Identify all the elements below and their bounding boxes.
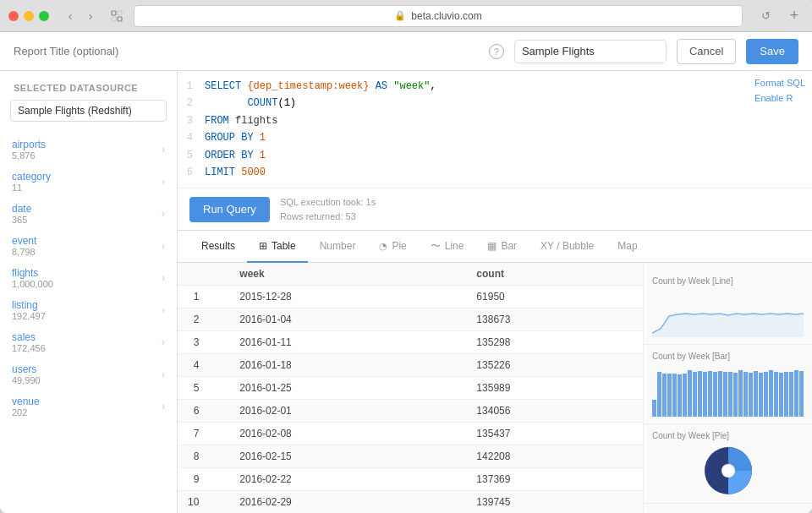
back-button[interactable]: ‹ bbox=[61, 7, 80, 25]
svg-rect-0 bbox=[112, 11, 116, 15]
forward-button[interactable]: › bbox=[81, 7, 100, 25]
bar-item bbox=[774, 372, 778, 417]
tab-number[interactable]: Number bbox=[308, 231, 368, 263]
row-action bbox=[209, 354, 229, 377]
sidebar-title: Selected Datasource bbox=[0, 83, 177, 100]
sidebar: Selected Datasource Sample Flights (Reds… bbox=[0, 71, 178, 513]
bar-item bbox=[799, 371, 804, 417]
row-number: 7 bbox=[178, 423, 209, 445]
chart-bar-preview[interactable]: Count by Week [Bar] bbox=[644, 345, 812, 424]
sidebar-item-listing[interactable]: listing 192,497 › bbox=[0, 294, 177, 326]
bar-item bbox=[738, 370, 743, 417]
chevron-right-icon: › bbox=[162, 336, 165, 348]
query-panel: Format SQL Enable R 123456 SELECT {dep_t… bbox=[178, 71, 812, 231]
bar-item bbox=[728, 372, 732, 417]
cell-count: 137369 bbox=[466, 468, 643, 491]
col-header-count: count bbox=[466, 263, 643, 286]
bar-item bbox=[718, 371, 722, 417]
chevron-right-icon: › bbox=[162, 304, 165, 316]
results-body: week count 1 2015-12-28 61950 2 2016-01-… bbox=[178, 263, 812, 513]
sidebar-item-category[interactable]: category 11 › bbox=[0, 166, 177, 198]
sidebar-items-container: airports 5,876 › category 11 › date 365 … bbox=[0, 134, 177, 423]
cell-count: 142208 bbox=[466, 445, 643, 468]
bar-item bbox=[662, 374, 667, 417]
row-action bbox=[209, 377, 229, 400]
bar-item bbox=[667, 374, 672, 417]
new-tab-button[interactable]: + bbox=[785, 7, 804, 25]
row-action bbox=[209, 308, 229, 331]
cell-count: 134056 bbox=[466, 400, 643, 423]
row-action bbox=[209, 400, 229, 423]
sidebar-item-sales[interactable]: sales 172,456 › bbox=[0, 326, 177, 358]
cell-week: 2016-02-29 bbox=[229, 491, 466, 513]
results-tabs: Results ⊞ Table Number ◔ Pie 〜 Line ▦ Ba… bbox=[178, 231, 812, 263]
charts-sidebar: Count by Week [Line] Count by Week [Bar] bbox=[643, 263, 812, 513]
reload-button[interactable]: ↺ bbox=[756, 7, 775, 25]
cell-count: 135437 bbox=[466, 423, 643, 445]
address-bar[interactable]: 🔒 beta.cluvio.com bbox=[134, 5, 743, 27]
bar-item bbox=[733, 373, 738, 417]
chart-line-visual bbox=[652, 291, 804, 337]
traffic-lights bbox=[8, 11, 49, 21]
table-row: 9 2016-02-22 137369 bbox=[178, 468, 643, 491]
cell-week: 2016-01-11 bbox=[229, 331, 466, 354]
bar-item bbox=[703, 372, 707, 417]
report-name-input[interactable] bbox=[514, 40, 667, 63]
sidebar-item-flights[interactable]: flights 1,000,000 › bbox=[0, 262, 177, 294]
save-button[interactable]: Save bbox=[746, 39, 798, 64]
chevron-right-icon: › bbox=[162, 401, 165, 412]
cancel-button[interactable]: Cancel bbox=[677, 39, 736, 64]
sidebar-item-airports[interactable]: airports 5,876 › bbox=[0, 134, 177, 166]
data-table-area: week count 1 2015-12-28 61950 2 2016-01-… bbox=[178, 263, 643, 513]
tab-pie[interactable]: ◔ Pie bbox=[367, 231, 418, 263]
table-row: 2 2016-01-04 138673 bbox=[178, 308, 643, 331]
bar-item bbox=[759, 373, 763, 417]
col-header-num bbox=[178, 263, 209, 286]
chart-pie-visual bbox=[652, 445, 804, 496]
tab-results[interactable]: Results bbox=[189, 231, 247, 263]
chart-pie-preview[interactable]: Count by Week [Pie] bbox=[644, 424, 812, 504]
row-number: 1 bbox=[178, 286, 209, 308]
cell-week: 2016-02-08 bbox=[229, 423, 466, 445]
fullscreen-button[interactable] bbox=[39, 11, 49, 21]
chevron-right-icon: › bbox=[162, 240, 165, 252]
help-icon[interactable]: ? bbox=[489, 44, 504, 59]
format-sql-button[interactable]: Format SQL Enable R bbox=[754, 76, 805, 106]
titlebar: ‹ › 🔒 beta.cluvio.com ↺ + bbox=[0, 0, 812, 32]
code-content[interactable]: SELECT {dep_timestamp:week} AS "week", C… bbox=[198, 78, 443, 181]
tab-map[interactable]: Map bbox=[606, 231, 649, 263]
tab-bar[interactable]: ▦ Bar bbox=[475, 231, 529, 263]
datasource-select[interactable]: Sample Flights (Redshift) bbox=[10, 100, 167, 122]
tab-table[interactable]: ⊞ Table bbox=[247, 231, 308, 263]
row-number: 10 bbox=[178, 491, 209, 513]
report-title-input[interactable] bbox=[14, 45, 479, 57]
cell-count: 135298 bbox=[466, 331, 643, 354]
resize-icon[interactable] bbox=[107, 6, 127, 26]
row-number: 2 bbox=[178, 308, 209, 331]
sidebar-item-users[interactable]: users 49,990 › bbox=[0, 358, 177, 390]
minimize-button[interactable] bbox=[24, 11, 34, 21]
bar-item bbox=[693, 372, 697, 417]
results-panel: Results ⊞ Table Number ◔ Pie 〜 Line ▦ Ba… bbox=[178, 231, 812, 513]
table-row: 5 2016-01-25 135989 bbox=[178, 377, 643, 400]
col-header-action bbox=[209, 263, 229, 286]
bar-item bbox=[784, 372, 788, 417]
bar-item bbox=[713, 372, 717, 417]
close-button[interactable] bbox=[8, 11, 19, 21]
bar-item bbox=[779, 373, 783, 417]
main-content: Selected Datasource Sample Flights (Reds… bbox=[0, 71, 812, 513]
tab-line[interactable]: 〜 Line bbox=[419, 231, 476, 263]
code-editor[interactable]: 123456 SELECT {dep_timestamp:week} AS "w… bbox=[178, 71, 812, 188]
chart-line-preview[interactable]: Count by Week [Line] bbox=[644, 270, 812, 345]
chevron-right-icon: › bbox=[162, 272, 165, 284]
tab-xy-bubble[interactable]: XY / Bubble bbox=[529, 231, 606, 263]
bar-item bbox=[678, 374, 682, 417]
cell-week: 2016-02-01 bbox=[229, 400, 466, 423]
sidebar-item-event[interactable]: event 8,798 › bbox=[0, 230, 177, 262]
sidebar-item-venue[interactable]: venue 202 › bbox=[0, 390, 177, 423]
sidebar-item-date[interactable]: date 365 › bbox=[0, 198, 177, 230]
bar-icon: ▦ bbox=[487, 240, 497, 252]
line-icon: 〜 bbox=[431, 239, 441, 254]
run-query-button[interactable]: Run Query bbox=[189, 197, 270, 222]
cell-count: 138673 bbox=[466, 308, 643, 331]
